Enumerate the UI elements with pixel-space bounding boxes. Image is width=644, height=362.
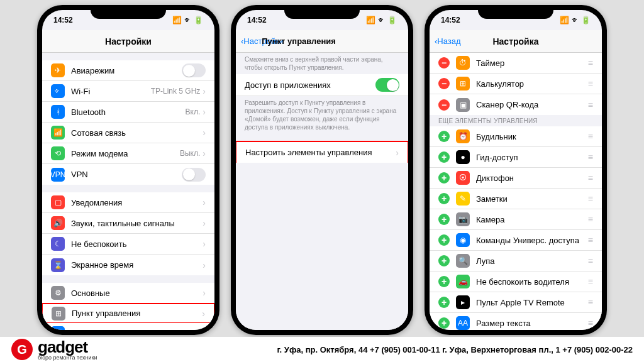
notch — [91, 5, 166, 19]
list-item[interactable]: ▢Уведомления› — [42, 192, 214, 213]
drag-handle-icon[interactable]: ≡ — [588, 100, 593, 110]
add-icon[interactable]: + — [438, 214, 450, 225]
add-icon[interactable]: + — [438, 151, 450, 163]
access-in-apps-toggle[interactable]: Доступ в приложениях — [236, 74, 408, 96]
app-icon: ☾ — [51, 237, 65, 251]
brand-tagline: бюро ремонта техники — [38, 355, 97, 361]
app-icon: 🚗 — [456, 275, 470, 288]
time: 14:52 — [441, 16, 460, 25]
list-item[interactable]: ᯤWi-FiTP-Link 5 GHz› — [42, 81, 214, 102]
add-icon[interactable]: + — [438, 297, 450, 308]
list-item[interactable]: −▣Сканер QR-кода≡ — [430, 94, 602, 115]
toggle-switch[interactable] — [375, 78, 399, 92]
chevron-right-icon: › — [396, 148, 399, 158]
item-label: Будильник — [476, 132, 588, 141]
add-icon[interactable]: + — [438, 255, 450, 266]
time: 14:52 — [53, 16, 73, 25]
drag-handle-icon[interactable]: ≡ — [588, 256, 593, 266]
drag-handle-icon[interactable]: ≡ — [588, 214, 593, 224]
drag-handle-icon[interactable]: ≡ — [588, 79, 593, 89]
page-title: Пункт управления — [262, 36, 336, 46]
customize-controls-row[interactable]: Настроить элементы управления › — [236, 141, 408, 163]
toggle-switch[interactable] — [182, 168, 206, 182]
item-label: Сотовая связь — [71, 128, 200, 138]
list-item[interactable]: ☾Не беспокоить› — [42, 234, 214, 255]
nav-bar: ‹ Настройки Пункт управления — [236, 30, 408, 53]
list-item[interactable]: +AAРазмер текста≡ — [430, 313, 602, 330]
list-item[interactable]: ✈Авиарежим — [42, 60, 214, 81]
list-item[interactable]: +▸Пульт Apple TV Remote≡ — [430, 292, 602, 313]
app-icon: ● — [456, 150, 470, 164]
app-icon: ⊞ — [52, 307, 65, 321]
item-label: Режим модема — [71, 149, 180, 158]
list-item[interactable]: −⊞Калькулятор≡ — [430, 74, 602, 94]
settings-list[interactable]: ✈АвиарежимᯤWi-FiTP-Link 5 GHz›ᚼBluetooth… — [42, 53, 214, 330]
add-icon[interactable]: + — [438, 193, 450, 204]
item-value: TP-Link 5 GHz — [151, 87, 201, 96]
add-icon[interactable]: + — [438, 276, 450, 287]
app-icon: ⊞ — [456, 77, 470, 90]
chevron-right-icon: › — [203, 107, 206, 117]
page-title: Настройки — [105, 36, 152, 47]
chevron-right-icon: › — [203, 86, 206, 96]
item-label: Уведомления — [71, 198, 200, 207]
list-item[interactable]: −⏱Таймер≡ — [430, 53, 602, 74]
notch — [478, 5, 553, 19]
item-label: Калькулятор — [476, 79, 588, 89]
remove-icon[interactable]: − — [438, 57, 450, 69]
list-item[interactable]: AAЭкран и яркость› — [42, 323, 214, 330]
app-icon: ⌛ — [51, 258, 65, 272]
notch — [284, 5, 360, 19]
list-item[interactable]: +🚗Не беспокоить водителя≡ — [430, 272, 602, 292]
drag-handle-icon[interactable]: ≡ — [588, 58, 593, 68]
list-item[interactable]: ⟲Режим модемаВыкл.› — [42, 143, 214, 164]
list-item[interactable]: ⊞Пункт управления› — [42, 303, 214, 324]
phone-2: 14:52 📶 ᯤ 🔋 ‹ Настройки Пункт управления… — [231, 5, 413, 335]
help-text: Смахните вниз с верхней правой части экр… — [236, 53, 408, 74]
app-icon: ✎ — [456, 192, 470, 206]
toggle-switch[interactable] — [182, 63, 206, 77]
drag-handle-icon[interactable]: ≡ — [588, 152, 593, 162]
back-button[interactable]: ‹ Назад — [435, 36, 461, 46]
add-icon[interactable]: + — [438, 172, 450, 184]
list-item[interactable]: ⚙Основные› — [42, 283, 214, 304]
contact-info: г. Уфа, пр. Октября, 44 +7 (905) 001-00-… — [119, 345, 633, 354]
page-title: Настройка — [492, 36, 538, 47]
remove-icon[interactable]: − — [438, 99, 450, 111]
list-item[interactable]: +📷Камера≡ — [430, 209, 602, 230]
drag-handle-icon[interactable]: ≡ — [588, 235, 593, 245]
drag-handle-icon[interactable]: ≡ — [588, 277, 593, 287]
drag-handle-icon[interactable]: ≡ — [588, 173, 593, 183]
chevron-right-icon: › — [202, 309, 205, 319]
list-item[interactable]: VPNVPN — [42, 164, 214, 185]
chevron-right-icon: › — [203, 288, 206, 298]
item-label: Не беспокоить водителя — [476, 277, 588, 287]
add-icon[interactable]: + — [438, 131, 450, 142]
item-label: Пункт управления — [72, 309, 199, 318]
list-item[interactable]: +●Гид-доступ≡ — [430, 147, 602, 168]
item-label: Камера — [476, 215, 588, 224]
list-item[interactable]: ⌛Экранное время› — [42, 255, 214, 275]
list-item[interactable]: +⦿Диктофон≡ — [430, 168, 602, 189]
list-item[interactable]: +⏰Будильник≡ — [430, 126, 602, 147]
add-icon[interactable]: + — [438, 234, 450, 246]
list-item[interactable]: +🔍Лупа≡ — [430, 251, 602, 272]
drag-handle-icon[interactable]: ≡ — [588, 318, 593, 328]
list-item[interactable]: ᚼBluetoothВкл.› — [42, 102, 214, 123]
app-icon: 📷 — [456, 212, 470, 226]
drag-handle-icon[interactable]: ≡ — [588, 131, 593, 141]
list-item[interactable]: +✎Заметки≡ — [430, 189, 602, 209]
chevron-right-icon: › — [203, 218, 206, 228]
item-label: Авиарежим — [71, 66, 182, 75]
list-item[interactable]: +◉Команды Универс. доступа≡ — [430, 230, 602, 251]
drag-handle-icon[interactable]: ≡ — [588, 297, 593, 307]
app-icon: 🔊 — [51, 216, 65, 230]
drag-handle-icon[interactable]: ≡ — [588, 194, 593, 204]
remove-icon[interactable]: − — [438, 78, 450, 89]
add-icon[interactable]: + — [438, 317, 450, 329]
app-icon: ⟲ — [51, 146, 65, 160]
list-item[interactable]: 📶Сотовая связь› — [42, 123, 214, 143]
app-icon: VPN — [51, 168, 65, 182]
list-item[interactable]: 🔊Звуки, тактильные сигналы› — [42, 213, 214, 234]
phone-1: 14:52 📶 ᯤ 🔋 Настройки ✈АвиарежимᯤWi-FiTP… — [37, 5, 219, 335]
